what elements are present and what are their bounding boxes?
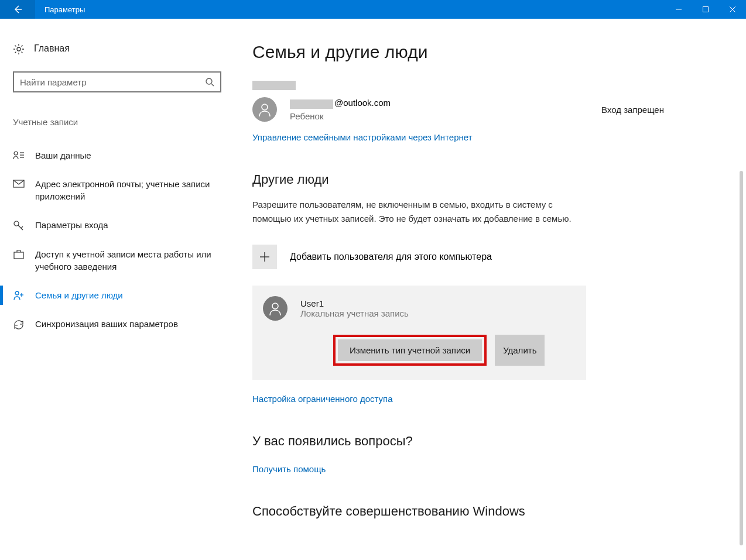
briefcase-icon [13, 249, 25, 260]
nav-item-family[interactable]: Семья и другие люди [13, 281, 230, 310]
close-icon [729, 6, 736, 13]
svg-line-7 [211, 84, 214, 86]
svg-point-20 [262, 104, 268, 110]
member-role: Ребенок [290, 111, 391, 121]
close-button[interactable] [719, 0, 746, 19]
nav-item-signin-options[interactable]: Параметры входа [13, 211, 230, 240]
home-link[interactable]: Главная [13, 42, 231, 55]
search-input[interactable]: Найти параметр [13, 71, 221, 92]
maximize-icon [702, 6, 709, 13]
highlight-box: Изменить тип учетной записи [333, 335, 487, 366]
search-icon [205, 77, 214, 87]
page-title: Семья и другие люди [252, 42, 723, 62]
arrow-left-icon [12, 4, 23, 15]
user-card: User1 Локальная учетная запись Изменить … [252, 286, 586, 380]
nav-item-label: Адрес электронной почты; учетные записи … [35, 178, 230, 202]
restricted-access-link[interactable]: Настройка ограниченного доступа [252, 394, 393, 404]
people-icon [13, 290, 25, 301]
nav-item-label: Ваши данные [35, 149, 230, 162]
member-status: Вход запрещен [601, 105, 664, 115]
change-account-type-button[interactable]: Изменить тип учетной записи [338, 339, 482, 361]
manage-family-link[interactable]: Управление семейными настройками через И… [252, 132, 473, 142]
plus-icon [252, 245, 277, 269]
svg-point-5 [17, 47, 20, 51]
svg-point-23 [272, 303, 278, 309]
feedback-heading: Способствуйте совершенствованию Windows [252, 504, 723, 519]
svg-line-15 [21, 226, 23, 228]
nav-item-your-info[interactable]: Ваши данные [13, 141, 230, 170]
questions-heading: У вас появились вопросы? [252, 434, 723, 449]
search-placeholder: Найти параметр [20, 77, 87, 87]
user-type: Локальная учетная запись [300, 308, 409, 318]
person-icon [268, 301, 283, 316]
delete-user-button[interactable]: Удалить [495, 335, 545, 366]
window-controls [665, 0, 746, 19]
scrollbar[interactable] [740, 19, 744, 560]
minimize-icon [675, 6, 682, 13]
svg-point-6 [206, 78, 212, 84]
maximize-button[interactable] [692, 0, 719, 19]
home-label: Главная [34, 43, 70, 54]
id-card-icon [13, 150, 25, 160]
svg-point-17 [15, 291, 19, 295]
svg-rect-2 [703, 7, 709, 12]
minimize-button[interactable] [665, 0, 692, 19]
sync-icon [13, 319, 25, 331]
nav-item-sync[interactable]: Синхронизация ваших параметров [13, 310, 230, 339]
get-help-link[interactable]: Получить помощь [252, 464, 326, 474]
key-icon [13, 220, 25, 232]
window-title: Параметры [35, 5, 85, 14]
main-content: Семья и другие люди @outlook.com Ребенок… [231, 19, 746, 560]
nav-item-label: Доступ к учетной записи места работы или… [35, 248, 230, 273]
nav-item-label: Синхронизация ваших параметров [35, 318, 230, 330]
back-button[interactable] [0, 0, 35, 19]
masked-text [290, 99, 333, 109]
nav-item-label: Параметры входа [35, 219, 230, 231]
user-name: User1 [300, 298, 409, 308]
nav-item-label: Семья и другие люди [35, 289, 230, 301]
scrollbar-thumb[interactable] [740, 171, 743, 545]
avatar [263, 296, 288, 321]
sidebar: Главная Найти параметр Учетные записи Ва… [0, 19, 231, 560]
member-email: @outlook.com [290, 98, 391, 108]
svg-point-8 [14, 152, 18, 155]
add-user-row[interactable]: Добавить пользователя для этого компьюте… [252, 245, 723, 269]
titlebar: Параметры [0, 0, 746, 19]
svg-point-13 [14, 221, 19, 226]
nav-item-email-accounts[interactable]: Адрес электронной почты; учетные записи … [13, 170, 230, 211]
svg-rect-16 [14, 252, 23, 259]
user-row[interactable]: User1 Локальная учетная запись [263, 296, 574, 321]
person-icon [257, 102, 272, 117]
envelope-icon [13, 179, 25, 188]
other-people-desc: Разрешите пользователям, не включенным в… [252, 198, 580, 226]
section-label: Учетные записи [13, 117, 231, 127]
masked-text [252, 81, 296, 90]
nav-item-work-access[interactable]: Доступ к учетной записи места работы или… [13, 240, 230, 281]
other-people-heading: Другие люди [252, 172, 723, 187]
avatar [252, 97, 277, 122]
add-user-label: Добавить пользователя для этого компьюте… [290, 252, 492, 262]
gear-icon [13, 43, 25, 55]
family-member-row[interactable]: @outlook.com Ребенок Вход запрещен [252, 97, 723, 122]
